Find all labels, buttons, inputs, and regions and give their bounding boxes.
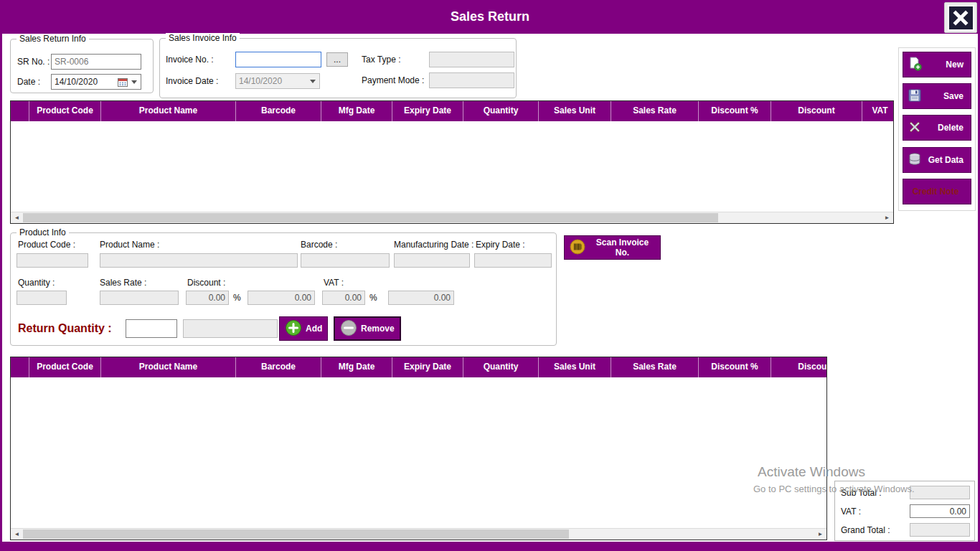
window-title: Sales Return (0, 9, 980, 24)
invoice-no-input[interactable] (235, 52, 321, 67)
totals-panel: Sub Total : VAT : Grand Total : (834, 481, 975, 541)
add-button-label: Add (306, 324, 322, 334)
sales-return-info-group: Sales Return Info SR No. : Date : 14/10/… (10, 39, 154, 93)
scrollbar-thumb[interactable] (23, 213, 718, 222)
close-button[interactable] (944, 2, 977, 33)
column-header-product-name[interactable]: Product Name (101, 357, 236, 377)
product-code-field (17, 253, 88, 268)
column-header-product-name[interactable]: Product Name (101, 101, 236, 121)
close-icon (948, 5, 974, 31)
scrollbar-thumb[interactable] (23, 529, 569, 539)
quantity-label: Quantity : (18, 278, 55, 288)
invoice-date-value: 14/10/2020 (236, 76, 308, 86)
product-info-group-label: Product Info (17, 227, 69, 237)
discount-percent-field (186, 291, 229, 305)
sales-return-items-grid: Product Code Product Name Barcode Mfg Da… (10, 100, 894, 224)
return-quantity-input[interactable] (126, 319, 177, 338)
get-data-button-label: Get Data (928, 155, 963, 165)
scroll-left-arrow[interactable]: ◄ (11, 529, 23, 540)
column-header-sales-unit[interactable]: Sales Unit (539, 101, 611, 121)
sr-date-value: 14/10/2020 (52, 77, 118, 87)
column-header-discount[interactable]: Discount (771, 357, 826, 377)
sales-return-info-group-label: Sales Return Info (17, 34, 89, 44)
remove-icon (340, 319, 357, 339)
invoice-no-label: Invoice No. : (166, 55, 214, 65)
manufacturing-date-field (394, 253, 470, 268)
returned-items-grid: Product Code Product Name Barcode Mfg Da… (10, 357, 827, 540)
row-header-cell[interactable] (11, 101, 29, 121)
column-header-quantity[interactable]: Quantity (463, 357, 539, 377)
new-button[interactable]: New (903, 52, 971, 77)
grid-body[interactable] (11, 377, 826, 528)
sr-date-picker[interactable]: 14/10/2020 (51, 74, 141, 90)
column-header-barcode[interactable]: Barcode (236, 101, 321, 121)
client-area: Sales Return Info SR No. : Date : 14/10/… (2, 34, 978, 542)
save-button[interactable]: Save (903, 83, 971, 109)
column-header-mfg-date[interactable]: Mfg Date (321, 357, 392, 377)
discount-percent-sign: % (233, 293, 241, 303)
vat-total-field[interactable] (910, 504, 970, 518)
sr-no-input[interactable] (51, 54, 141, 70)
delete-button[interactable]: Delete (903, 115, 971, 141)
product-info-group: Product Info Product Code : Product Name… (10, 232, 557, 346)
grid-header-row: Product Code Product Name Barcode Mfg Da… (11, 357, 826, 377)
tax-type-field (429, 52, 514, 67)
vat-percent-sign: % (369, 293, 377, 303)
discount-label: Discount : (187, 278, 225, 288)
column-header-expiry-date[interactable]: Expiry Date (392, 357, 463, 377)
sub-total-label: Sub Total : (841, 488, 881, 498)
action-button-panel: New Save Delete Get Data (898, 47, 976, 211)
vat-total-label: VAT : (841, 507, 861, 517)
column-header-vat[interactable]: VAT (862, 101, 893, 121)
column-header-discount-pct[interactable]: Discount % (699, 101, 771, 121)
invoice-browse-button[interactable]: ... (326, 52, 348, 67)
horizontal-scrollbar[interactable]: ◄ ► (11, 528, 826, 540)
scroll-right-arrow[interactable]: ► (881, 212, 893, 223)
barcode-scan-icon (570, 239, 585, 257)
credit-note-button[interactable]: Credit Note (903, 179, 971, 204)
column-header-mfg-date[interactable]: Mfg Date (321, 101, 392, 121)
column-header-expiry-date[interactable]: Expiry Date (392, 101, 463, 121)
grid-header-row: Product Code Product Name Barcode Mfg Da… (11, 101, 893, 121)
column-header-sales-rate[interactable]: Sales Rate (611, 357, 699, 377)
column-header-barcode[interactable]: Barcode (236, 357, 321, 377)
grid-body[interactable] (11, 121, 893, 212)
sales-invoice-info-group: Sales Invoice Info Invoice No. : ... Tax… (159, 38, 517, 98)
title-bar[interactable]: Sales Return (0, 0, 980, 34)
scan-invoice-button[interactable]: Scan Invoice No. (564, 235, 661, 260)
column-header-product-code[interactable]: Product Code (29, 357, 101, 377)
remove-button[interactable]: Remove (334, 316, 401, 341)
scrollbar-track[interactable] (23, 212, 881, 223)
manufacturing-date-label: Manufacturing Date : (394, 240, 473, 250)
product-code-label: Product Code : (18, 240, 75, 250)
row-header-cell[interactable] (11, 357, 29, 377)
product-name-field (100, 253, 298, 268)
credit-note-button-label: Credit Note (913, 187, 959, 197)
add-button[interactable]: Add (279, 316, 328, 341)
invoice-date-label: Invoice Date : (166, 76, 218, 86)
return-quantity-label: Return Quantity : (18, 322, 112, 335)
add-icon (285, 319, 302, 339)
column-header-discount[interactable]: Discount (771, 101, 862, 121)
sales-rate-label: Sales Rate : (100, 278, 146, 288)
column-header-product-code[interactable]: Product Code (29, 101, 101, 121)
quantity-field (17, 291, 67, 305)
discount-amount-field (248, 291, 315, 305)
save-icon (908, 88, 922, 105)
scroll-left-arrow[interactable]: ◄ (11, 212, 23, 223)
horizontal-scrollbar[interactable]: ◄ ► (11, 212, 893, 223)
column-header-quantity[interactable]: Quantity (463, 101, 539, 121)
sales-invoice-info-group-label: Sales Invoice Info (166, 33, 240, 43)
dropdown-arrow-icon (131, 80, 137, 84)
calendar-icon (118, 77, 128, 87)
column-header-sales-rate[interactable]: Sales Rate (611, 101, 699, 121)
scroll-right-arrow[interactable]: ► (814, 529, 826, 540)
tax-type-label: Tax Type : (362, 55, 400, 65)
column-header-discount-pct[interactable]: Discount % (699, 357, 771, 377)
vat-percent-field (322, 291, 365, 305)
get-data-button[interactable]: Get Data (903, 147, 971, 173)
column-header-sales-unit[interactable]: Sales Unit (539, 357, 611, 377)
scrollbar-track[interactable] (23, 529, 814, 540)
return-quantity-display-field (183, 319, 278, 338)
delete-button-label: Delete (938, 123, 963, 133)
